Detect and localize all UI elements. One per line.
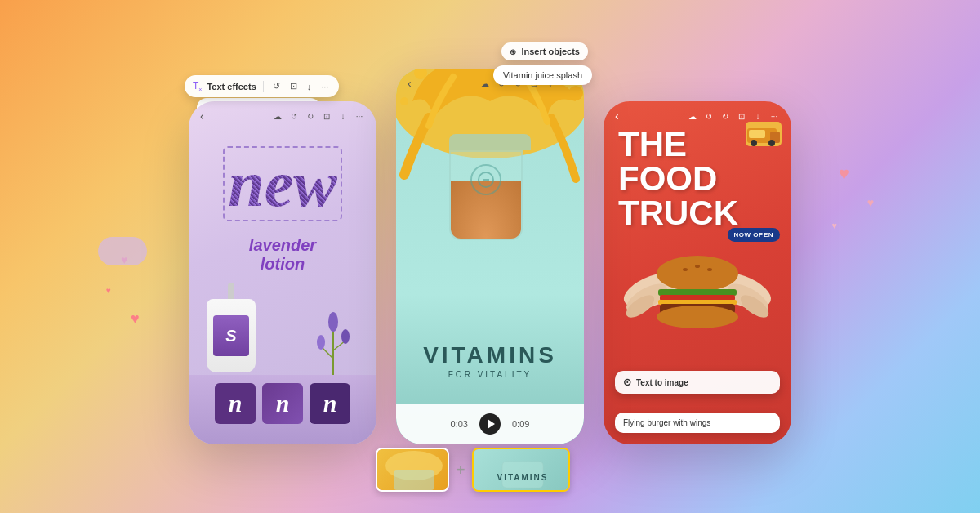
- play-icon: [488, 419, 495, 429]
- insert-objects-icon: ⊕: [510, 47, 516, 56]
- play-button[interactable]: [479, 413, 501, 435]
- toolbar-undo-btn[interactable]: ↺: [270, 79, 283, 93]
- jar-cap: [449, 134, 531, 150]
- toolbar-more-btn[interactable]: ···: [318, 80, 331, 93]
- main-scene: ♥ ♥ ♥ ♥ ♥ ♥ T× Text effects ↺ ⊡ ↓ ··· La…: [0, 0, 980, 513]
- phone-food-truck: ‹ ☁ ↺ ↻ ⊡ ↓ ··· THE FOOD TRUCK: [604, 101, 791, 444]
- bottle-shape: S: [207, 299, 256, 372]
- phone3-topbar: ‹ ☁ ↺ ↻ ⊡ ↓ ···: [604, 109, 791, 123]
- letter-tile-2: n: [262, 383, 303, 424]
- food-truck-icon: [746, 122, 782, 146]
- lavender-flowers: [305, 310, 362, 375]
- bottle-pump: [228, 283, 234, 299]
- film-thumb-1-bg: [377, 449, 448, 490]
- timer-bar: 0:03 0:09: [396, 404, 584, 444]
- timer-start: 0:03: [451, 419, 468, 429]
- text-effects-toolbar[interactable]: T× Text effects ↺ ⊡ ↓ ···: [185, 75, 339, 97]
- food-truck-prompt-bubble: Flying burger with wings: [615, 413, 780, 433]
- toolbar-crop-btn[interactable]: ⊡: [287, 79, 300, 93]
- text-effects-icon: T×: [193, 80, 202, 92]
- deco-heart-2: ♥: [106, 286, 111, 295]
- phone-lavender: T× Text effects ↺ ⊡ ↓ ··· Lavender flowe…: [189, 101, 376, 444]
- phone1-back-icon[interactable]: ‹: [200, 109, 204, 123]
- phone2-cloud-icon: ☁: [479, 78, 491, 89]
- flying-burger: [616, 237, 779, 355]
- insert-objects-toolbar[interactable]: ⊕ Insert objects: [501, 42, 588, 60]
- filmstrip: + VITAMINS: [376, 448, 604, 492]
- jar-logo-dash: [483, 179, 489, 181]
- vitamins-sub-text: FOR VITALITY: [396, 370, 584, 379]
- phone3-download-icon[interactable]: ↓: [752, 110, 764, 122]
- jar-body: [449, 150, 523, 240]
- deco-heart-4: ♥: [839, 163, 849, 185]
- svg-point-30: [683, 268, 688, 271]
- deco-heart-6: ♥: [831, 221, 837, 230]
- phone1-download-icon[interactable]: ↓: [337, 110, 349, 122]
- svg-rect-15: [394, 470, 434, 490]
- phone1-topbar: ‹ ☁ ↺ ↻ ⊡ ↓ ···: [189, 109, 376, 123]
- svg-point-20: [751, 140, 757, 146]
- svg-point-3: [328, 312, 338, 332]
- svg-point-37: [657, 306, 738, 328]
- svg-point-21: [768, 140, 775, 146]
- bottle-label: S: [213, 315, 249, 356]
- svg-rect-34: [660, 295, 735, 301]
- phone1-inner: ‹ ☁ ↺ ↻ ⊡ ↓ ··· new lavender lotion: [189, 101, 376, 444]
- vitamins-text-block: VITAMINS FOR VITALITY: [396, 342, 584, 379]
- jar-logo-inner: [478, 172, 494, 188]
- vitamins-main-text: VITAMINS: [396, 342, 584, 368]
- phone1-undo-icon[interactable]: ↺: [288, 110, 300, 122]
- phone-vitamins: ⊕ Insert objects Vitamin juice splash ‹ …: [396, 69, 584, 444]
- svg-point-32: [707, 268, 712, 271]
- text-to-image-label: Text to image: [636, 378, 688, 387]
- toolbar-download-btn[interactable]: ↓: [305, 80, 314, 93]
- svg-point-29: [657, 256, 738, 292]
- food-truck-heading: THE FOOD TRUCK: [618, 127, 738, 230]
- svg-point-4: [317, 335, 325, 350]
- phone1-more-icon[interactable]: ···: [354, 110, 365, 122]
- heading-line3: TRUCK: [618, 196, 738, 230]
- lavender-field: n n n: [189, 375, 376, 444]
- heading-line2: FOOD: [618, 162, 738, 196]
- letter-tile-1: n: [215, 383, 256, 424]
- lavender-line2: lotion: [189, 255, 376, 274]
- phone2-inner: ‹ ☁ ↺ ↻ ⊡ ↓ ···: [396, 69, 584, 444]
- insert-objects-label: Insert objects: [521, 47, 580, 56]
- jar-logo-ring: [470, 164, 501, 195]
- svg-rect-33: [658, 289, 737, 296]
- lavender-lotion-container: lavender lotion: [189, 236, 376, 274]
- heading-line1: THE: [618, 127, 738, 162]
- phone1-redo-icon[interactable]: ↻: [305, 110, 316, 122]
- lavender-line1: lavender: [189, 236, 376, 255]
- filmstrip-plus: +: [456, 461, 466, 480]
- phone3-undo-icon[interactable]: ↺: [703, 110, 715, 122]
- film-thumb-2[interactable]: VITAMINS: [472, 448, 570, 492]
- svg-point-31: [695, 265, 700, 268]
- phone3-redo-icon[interactable]: ↻: [719, 110, 731, 122]
- new-word-text: new: [228, 151, 336, 216]
- phone3-cloud-icon: ☁: [687, 110, 698, 122]
- text-effects-label: Text effects: [207, 82, 256, 91]
- phone1-cloud-icon: ☁: [272, 110, 283, 122]
- new-word-container: new: [201, 146, 364, 221]
- svg-text:VITAMINS: VITAMINS: [497, 473, 548, 482]
- phone1-crop-icon[interactable]: ⊡: [321, 110, 332, 122]
- deco-heart-5: ♥: [867, 196, 874, 209]
- vitamin-jar: [449, 134, 531, 240]
- deco-cloud-left: [98, 237, 147, 265]
- text-to-image-button[interactable]: ⊙ Text to image: [615, 371, 780, 394]
- film-thumb-2-bg: VITAMINS: [474, 449, 568, 490]
- deco-heart-3: ♥: [131, 310, 140, 328]
- letter-tile-3: n: [310, 383, 350, 424]
- phone3-inner: ‹ ☁ ↺ ↻ ⊡ ↓ ··· THE FOOD TRUCK: [604, 101, 791, 444]
- phone3-back-icon[interactable]: ‹: [615, 109, 619, 123]
- toolbar-divider: [263, 81, 264, 92]
- film-thumb-1[interactable]: [376, 448, 449, 492]
- phone3-crop-icon[interactable]: ⊡: [736, 110, 747, 122]
- vitamin-prompt-bubble: Vitamin juice splash: [493, 65, 592, 85]
- phone2-back-icon[interactable]: ‹: [408, 77, 412, 90]
- timer-end: 0:09: [512, 419, 529, 429]
- text-to-image-icon: ⊙: [623, 377, 631, 388]
- svg-point-9: [400, 97, 408, 105]
- phone3-more-icon[interactable]: ···: [768, 110, 780, 122]
